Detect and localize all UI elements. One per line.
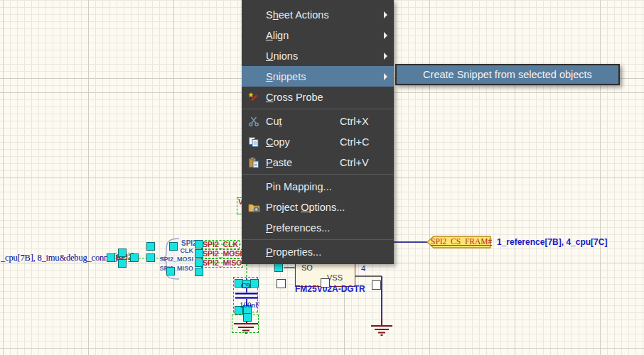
port-name[interactable]: SPI2_CS_FRAM# bbox=[431, 237, 489, 246]
menu-item-pin-mapping[interactable]: Pin Mapping... bbox=[242, 176, 394, 197]
selection-handle[interactable] bbox=[274, 263, 283, 272]
copy-icon bbox=[242, 136, 266, 148]
menu-item-preferences[interactable]: Preferences... bbox=[242, 217, 394, 238]
vertex-handle[interactable] bbox=[372, 280, 381, 290]
chip-pin-so: SO bbox=[301, 263, 313, 272]
capacitor-designator[interactable]: C9 bbox=[241, 281, 250, 290]
chip-pin-number: 4 bbox=[361, 264, 365, 273]
menu-item-cross-probe[interactable]: Cross Probe bbox=[242, 87, 394, 107]
selection-handle[interactable] bbox=[166, 267, 175, 275]
selection-handle[interactable] bbox=[130, 253, 139, 262]
menu-separator bbox=[242, 109, 393, 109]
selection-handle[interactable] bbox=[118, 248, 127, 257]
port-sheet-refs: 1_reference[7B], 4_cpu[7C] bbox=[497, 237, 607, 247]
harness-entry-mosi[interactable]: SPI2_MOSI bbox=[151, 256, 193, 263]
menu-item-align[interactable]: Align bbox=[242, 25, 394, 45]
menu-item-project-options[interactable]: Project Options... bbox=[242, 197, 394, 217]
menu-separator bbox=[242, 174, 393, 175]
vertex-handle[interactable] bbox=[321, 278, 330, 288]
selection-handle[interactable] bbox=[146, 242, 155, 251]
menu-item-unions[interactable]: Unions bbox=[242, 45, 394, 66]
paste-icon bbox=[242, 157, 266, 168]
vertex-handle[interactable] bbox=[277, 279, 286, 288]
shortcut-label: Ctrl+C bbox=[340, 136, 370, 148]
selection-handle[interactable] bbox=[107, 253, 115, 262]
selection-handle[interactable] bbox=[243, 313, 252, 322]
chip-part-number: FM25V02A-DGTR bbox=[295, 284, 365, 294]
selection-handle[interactable] bbox=[195, 249, 203, 258]
net-label-spi2-miso[interactable]: SPI2_MISO bbox=[201, 258, 243, 268]
selection-handle[interactable] bbox=[169, 242, 178, 251]
menu-item-properties[interactable]: Properties... bbox=[242, 241, 394, 262]
capacitor-value[interactable]: 100nF bbox=[240, 300, 259, 309]
submenu-arrow-icon bbox=[384, 32, 387, 39]
net-label-spi2-mosi[interactable]: SPI2_MOSI bbox=[201, 249, 243, 258]
submenu-item-create-snippet[interactable]: Create Snippet from selected objects bbox=[395, 64, 620, 85]
shortcut-label: Ctrl+V bbox=[340, 157, 369, 168]
submenu-arrow-icon bbox=[384, 73, 387, 80]
menu-item-sheet-actions[interactable]: Sheet Actions bbox=[242, 4, 394, 25]
selection-handle[interactable] bbox=[195, 240, 203, 248]
selection-handle[interactable] bbox=[250, 279, 259, 288]
menu-separator bbox=[242, 239, 393, 240]
selection-handle[interactable] bbox=[195, 268, 203, 276]
selection-handle[interactable] bbox=[118, 259, 127, 268]
selection-handle[interactable] bbox=[146, 253, 155, 262]
net-label-spi2-clk[interactable]: SPI2_CLK bbox=[201, 240, 240, 249]
menu-item-cut[interactable]: Cut Ctrl+X bbox=[242, 111, 394, 131]
selection-handle[interactable] bbox=[195, 258, 203, 267]
submenu-arrow-icon bbox=[384, 11, 387, 18]
menu-item-snippets[interactable]: Snippets bbox=[242, 66, 394, 87]
sheet-entry-refs-left: _cpu[7B], 8_imu&debug_conn[1B] bbox=[1, 253, 124, 263]
submenu-arrow-icon bbox=[384, 53, 387, 60]
shortcut-label: Ctrl+X bbox=[340, 116, 369, 127]
ground-symbol-right[interactable] bbox=[371, 318, 392, 335]
menu-item-copy[interactable]: Copy Ctrl+C bbox=[242, 131, 394, 152]
context-menu: Sheet Actions Align Unions Snippets Cros… bbox=[242, 0, 394, 264]
cut-icon bbox=[242, 116, 266, 127]
project-options-icon bbox=[242, 202, 266, 213]
menu-item-paste[interactable]: Paste Ctrl+V bbox=[242, 152, 394, 173]
cross-probe-icon bbox=[242, 92, 266, 103]
